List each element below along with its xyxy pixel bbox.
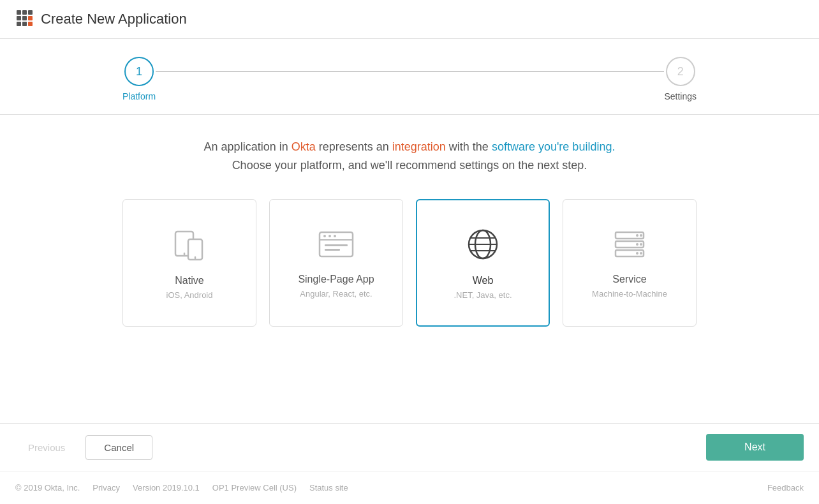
svg-point-29: [640, 234, 642, 237]
stepper-line: [156, 71, 664, 72]
service-subtitle: Machine-to-Machine: [592, 289, 667, 299]
svg-rect-1: [22, 10, 27, 15]
svg-rect-8: [28, 16, 33, 20]
service-icon: [610, 227, 649, 262]
version-link[interactable]: Version 2019.10.1: [133, 483, 200, 493]
okta-highlight: Okta: [291, 140, 316, 153]
copyright: © 2019 Okta, Inc.: [15, 483, 80, 493]
svg-point-31: [640, 243, 642, 246]
service-title: Service: [612, 274, 646, 285]
svg-rect-25: [616, 232, 644, 239]
privacy-link[interactable]: Privacy: [92, 483, 120, 493]
platform-web[interactable]: Web .NET, Java, etc.: [416, 199, 550, 327]
svg-point-33: [640, 252, 642, 255]
web-icon: [464, 225, 502, 263]
svg-rect-3: [17, 16, 21, 20]
svg-rect-26: [616, 241, 644, 248]
svg-rect-4: [22, 16, 27, 20]
spa-title: Single-Page App: [298, 274, 374, 285]
description-section: An application in Okta represents an int…: [0, 115, 819, 193]
spa-subtitle: Angular, React, etc.: [300, 289, 372, 299]
description-text: An application in Okta represents an int…: [26, 138, 793, 175]
preview-cell-link[interactable]: OP1 Preview Cell (US): [212, 483, 297, 493]
svg-rect-19: [325, 249, 340, 251]
svg-rect-0: [17, 10, 21, 15]
web-subtitle: .NET, Java, etc.: [454, 290, 512, 300]
svg-point-17: [334, 235, 336, 237]
platform-service[interactable]: Service Machine-to-Machine: [563, 199, 697, 327]
svg-point-32: [636, 252, 638, 255]
native-icon: [170, 225, 209, 263]
svg-rect-6: [22, 22, 27, 26]
status-site-link[interactable]: Status site: [309, 483, 348, 493]
svg-rect-27: [616, 250, 644, 256]
svg-point-28: [636, 234, 638, 237]
cancel-button[interactable]: Cancel: [85, 435, 152, 460]
step-platform: 1 Platform: [122, 57, 156, 101]
next-button[interactable]: Next: [706, 434, 804, 461]
step-settings: 2 Settings: [664, 57, 697, 101]
native-subtitle: iOS, Android: [166, 290, 213, 300]
svg-point-30: [636, 243, 638, 246]
step-2-label: Settings: [664, 91, 697, 101]
web-title: Web: [473, 275, 494, 286]
platform-spa[interactable]: Single-Page App Angular, React, etc.: [269, 199, 403, 327]
svg-rect-5: [17, 22, 21, 26]
apps-grid-icon: [15, 9, 33, 29]
previous-button[interactable]: Previous: [15, 436, 78, 459]
platform-native[interactable]: Native iOS, Android: [122, 199, 256, 327]
step-1-label: Platform: [122, 91, 156, 101]
platform-cards: Native iOS, Android Single-Page App Angu…: [0, 193, 819, 346]
spa-icon: [317, 227, 355, 262]
page-footer: © 2019 Okta, Inc. Privacy Version 2019.1…: [0, 471, 819, 504]
svg-rect-2: [28, 10, 33, 15]
stepper: 1 Platform 2 Settings: [122, 57, 697, 101]
step-2-circle: 2: [666, 57, 695, 86]
native-title: Native: [175, 275, 203, 286]
stepper-section: 1 Platform 2 Settings: [0, 39, 819, 115]
svg-point-15: [323, 235, 326, 237]
integration-highlight: integration: [392, 140, 446, 153]
svg-rect-18: [325, 244, 348, 246]
svg-point-16: [328, 235, 331, 237]
svg-rect-7: [28, 22, 33, 26]
header: Create New Application: [0, 0, 819, 39]
feedback-link[interactable]: Feedback: [767, 483, 804, 493]
footer-buttons: Previous Cancel Next: [0, 423, 819, 471]
page-title: Create New Application: [41, 11, 187, 27]
software-highlight: software you're building.: [492, 140, 616, 153]
step-1-circle: 1: [124, 57, 154, 86]
